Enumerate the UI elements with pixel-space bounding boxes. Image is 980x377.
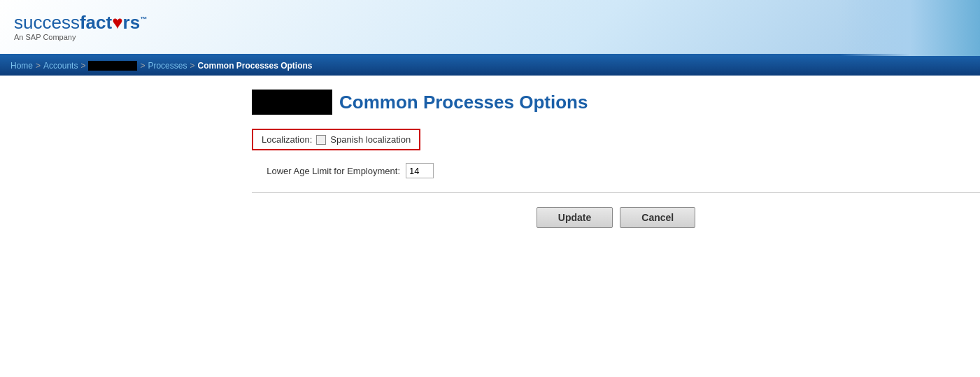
- logo-tm: ™: [140, 15, 147, 23]
- navbar: Home > Accounts > > Processes > Common P…: [0, 56, 980, 76]
- localization-label: Localization:: [262, 134, 312, 145]
- breadcrumb-redacted: [88, 61, 137, 71]
- page-title-block-redacted: [252, 90, 332, 115]
- localization-box: Localization: Spanish localization: [252, 129, 420, 150]
- breadcrumb-home[interactable]: Home: [10, 61, 33, 71]
- logo-factors: fact: [80, 12, 112, 33]
- logo-text: successfact♥rs™: [14, 13, 147, 31]
- logo-heart: ♥: [112, 12, 122, 33]
- logo: successfact♥rs™ An SAP Company: [14, 13, 147, 41]
- localization-row: Localization: Spanish localization: [252, 129, 980, 150]
- form-section: Localization: Spanish localization Lower…: [252, 129, 980, 178]
- breadcrumb-sep1: >: [36, 61, 41, 71]
- logo-factors2: rs: [123, 12, 141, 33]
- cancel-button[interactable]: Cancel: [620, 207, 695, 228]
- breadcrumb-sep2: >: [80, 61, 85, 71]
- breadcrumb-current: Common Processes Options: [197, 61, 312, 71]
- logo-subtitle: An SAP Company: [14, 33, 147, 41]
- page-header-row: Common Processes Options: [252, 90, 980, 115]
- age-limit-input[interactable]: [406, 163, 434, 178]
- divider: [252, 192, 980, 193]
- header-decoration: [840, 0, 980, 56]
- buttons-row: Update Cancel: [252, 207, 980, 228]
- localization-option-text: Spanish localization: [330, 134, 411, 145]
- breadcrumb-sep3: >: [140, 61, 145, 71]
- page-title: Common Processes Options: [339, 92, 588, 113]
- logo-success: success: [14, 12, 80, 33]
- breadcrumb-accounts[interactable]: Accounts: [43, 61, 78, 71]
- main-content: Common Processes Options Localization: S…: [0, 76, 980, 242]
- breadcrumb: Home > Accounts > > Processes > Common P…: [10, 61, 313, 71]
- breadcrumb-sep4: >: [190, 61, 194, 71]
- update-button[interactable]: Update: [537, 207, 613, 228]
- breadcrumb-processes[interactable]: Processes: [148, 61, 187, 71]
- age-limit-label: Lower Age Limit for Employment:: [252, 166, 406, 176]
- app-header: successfact♥rs™ An SAP Company: [0, 0, 980, 56]
- localization-checkbox[interactable]: [316, 135, 326, 145]
- age-limit-row: Lower Age Limit for Employment:: [252, 163, 980, 178]
